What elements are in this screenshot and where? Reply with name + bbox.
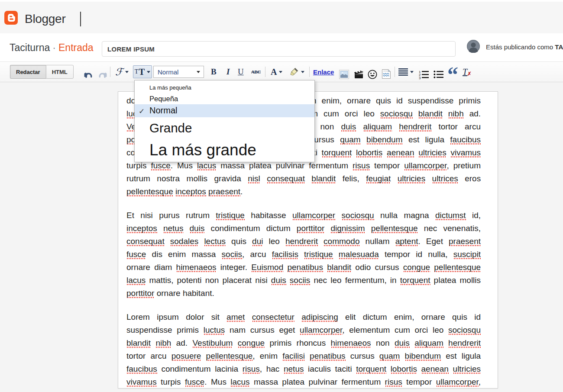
highlight-color-button[interactable] [289,65,304,79]
size-menu-item[interactable]: Grande [135,117,314,138]
misspelled-word: sociosqu [448,325,481,335]
misspelled-word: ullamcorper [436,377,479,387]
breadcrumb-separator: · [50,42,58,53]
text-line: suspendisse primis luctus nam cursus ege… [126,324,481,337]
clear-formatting-button[interactable]: T ✗ [463,65,467,79]
text-line: Lorem ipsum dolor sit amet consectetur a… [126,311,481,324]
mode-switch: Redactar HTML [10,65,74,79]
bold-button[interactable]: B [211,65,217,79]
misspelled-word: blandit [311,174,336,183]
svg-text:3: 3 [419,76,421,80]
insert-image-button[interactable] [339,67,349,81]
font-size-button[interactable]: T T [133,65,152,78]
bullet-list-button[interactable] [434,67,444,81]
entry-context-label: Entrada [58,42,94,53]
post-title-input[interactable] [102,41,456,57]
misspelled-word: himenaeos [176,263,217,272]
misspelled-word: amet [226,312,245,322]
chevron-down-icon [147,71,150,73]
insert-jump-break-button[interactable] [382,67,391,81]
blog-name[interactable]: Taciturna [10,42,50,53]
misspelled-word: sociis [222,250,243,259]
toolbar-separator [265,67,265,77]
misspelled-word: porttitor [297,224,324,233]
insert-link-button[interactable]: Enlace [313,65,334,79]
misspelled-word: lacus [197,161,216,170]
strikethrough-button[interactable]: ABC [251,65,261,79]
editor-toolbar: Redactar HTML ℱ T T Normal B I U ABC A E… [0,62,563,82]
misspelled-word: sodales [170,237,199,246]
post-header-bar: Taciturna·Entrada Estás publicando como … [0,33,563,62]
text-line: porttitor ornare habitant. [126,287,481,300]
blogger-logo-icon[interactable] [4,11,18,25]
misspelled-word: duis [341,122,356,132]
misspelled-word: luctus [204,325,225,335]
big-t-glyph: T [139,67,145,77]
text-line: vivamus turpis fusce. Mus lacus massa pl… [126,376,481,389]
toolbar-separator [309,67,310,77]
underline-button[interactable]: U [238,65,244,79]
misspelled-word: blandit [327,263,351,272]
avatar [467,40,480,53]
toolbar-separator [110,67,110,77]
size-menu-item[interactable]: La más grande [135,138,314,162]
size-menu-item-label: Normal [149,106,177,115]
misspelled-word: lobortis [356,148,382,157]
misspelled-word: torquent [356,364,386,374]
misspelled-word: fusce [151,161,170,170]
misspelled-word: pellentesque [434,263,481,272]
alignment-button[interactable] [398,65,414,79]
size-menu-item[interactable]: La más pequeña [135,80,314,93]
text-line: tortor arcu posuere pellentesque, enim f… [126,350,481,363]
misspelled-word: congue [238,338,265,348]
misspelled-word: lacus [126,276,146,285]
publishing-account: TACITURNA [555,43,563,51]
highlighter-icon [289,67,299,76]
misspelled-word: risus [243,364,260,374]
misspelled-word: dui [252,237,263,246]
misspelled-word: netus [163,224,183,233]
compose-mode-button[interactable]: Redactar [10,65,46,79]
text-line: inceptos netus duis condimentum dictum p… [126,222,481,235]
misspelled-word: quam [379,351,400,361]
misspelled-word: bibendum [405,351,441,361]
misspelled-word: penatibus [310,351,345,361]
misspelled-word: torquent [400,276,430,285]
misspelled-word: vivamus [126,377,157,387]
numbered-list-button[interactable]: 1 2 3 [419,67,429,81]
misspelled-word: commodo [324,237,359,246]
insert-video-button[interactable] [353,67,364,81]
misspelled-word: aptent [395,237,418,246]
size-menu-item-label: Grande [149,121,192,135]
undo-icon[interactable] [84,68,94,82]
italic-button[interactable]: I [226,65,230,79]
chevron-down-icon [125,71,129,73]
size-menu-item[interactable]: ✓Normal [135,104,314,117]
size-menu-item-label: Pequeña [149,95,178,103]
font-family-button[interactable]: ℱ [115,65,129,79]
text-color-button[interactable]: A [271,65,282,79]
misspelled-word: ultricies [418,148,446,157]
misspelled-word: fusce [126,250,146,259]
misspelled-word: ullamcorper [300,325,342,335]
brand-divider [80,12,81,26]
redo-icon[interactable] [97,68,107,82]
paragraph-format-select[interactable]: Normal [153,66,204,78]
toolbar-separator [395,67,395,77]
misspelled-word: risus [353,161,370,170]
misspelled-word: malesuada [339,250,379,259]
misspelled-word: ultricies [398,174,425,183]
misspelled-word: blandit [418,109,443,119]
misspelled-word: Euismod [251,263,283,272]
size-menu-item[interactable]: Pequeña [135,93,314,104]
font-size-menu: La más pequeñaPequeña✓NormalGrandeLa más… [134,80,315,162]
misspelled-word: aliquam [414,338,443,348]
misspelled-word: bibendum [366,135,402,145]
html-mode-button[interactable]: HTML [46,65,74,79]
paragraph: Et nisi purus rutrum tristique habitasse… [126,209,481,300]
misspelled-word: adipiscing [301,312,338,322]
misspelled-word: aenean [421,364,449,374]
misspelled-word: sociis [290,276,311,285]
top-app-bar: Blogger [0,0,563,33]
insert-emoji-button[interactable] [368,67,377,81]
